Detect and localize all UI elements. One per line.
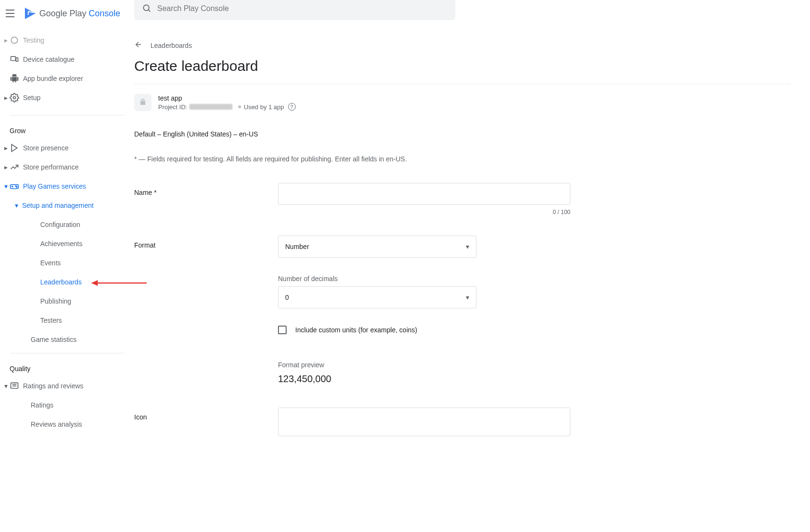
custom-units-label: Include custom units (for example, coins… bbox=[295, 326, 417, 334]
logo[interactable]: Google Play Console bbox=[25, 8, 120, 19]
page-title: Create leaderboard bbox=[134, 58, 791, 74]
decimals-label: Number of decimals bbox=[278, 275, 570, 283]
project-id-label: Project ID: bbox=[158, 103, 187, 111]
caret-icon: ▸ bbox=[2, 94, 10, 102]
gamepad-icon bbox=[10, 181, 23, 191]
caret-down-icon: ▾ bbox=[2, 382, 10, 390]
icon-label: Icon bbox=[134, 407, 278, 421]
sidebar-item-label: Testing bbox=[23, 36, 44, 44]
caret-icon: ▸ bbox=[2, 144, 10, 152]
format-label: Format bbox=[134, 236, 278, 249]
sidebar-item-label: Ratings and reviews bbox=[23, 382, 83, 390]
sidebar-item-publishing[interactable]: Publishing bbox=[0, 292, 134, 311]
app-icon bbox=[134, 94, 151, 111]
project-id-redacted bbox=[189, 104, 232, 110]
svg-rect-11 bbox=[11, 383, 18, 388]
sidebar-item-ratings-reviews[interactable]: ▾ Ratings and reviews bbox=[0, 376, 134, 396]
chevron-down-icon: ▾ bbox=[466, 243, 469, 250]
svg-rect-2 bbox=[16, 58, 18, 62]
chevron-down-icon: ▾ bbox=[466, 294, 469, 301]
sidebar-heading-grow: Grow bbox=[0, 119, 134, 138]
svg-rect-1 bbox=[11, 57, 16, 60]
sidebar-item-play-games-services[interactable]: ▾ Play Games services bbox=[0, 177, 134, 196]
sidebar-item-label: Setup bbox=[23, 94, 41, 102]
used-by-label: Used by 1 app bbox=[244, 103, 284, 111]
format-preview-label: Format preview bbox=[278, 361, 570, 369]
sidebar-item-label: Setup and management bbox=[22, 202, 93, 209]
sidebar-item-game-statistics[interactable]: Game statistics bbox=[0, 330, 134, 349]
sidebar-heading-quality: Quality bbox=[0, 357, 134, 376]
trending-icon bbox=[10, 162, 23, 172]
sidebar-item-label: Configuration bbox=[40, 221, 80, 228]
breadcrumb[interactable]: Leaderboards bbox=[134, 40, 791, 50]
sidebar-item-label: Events bbox=[40, 259, 61, 267]
svg-point-8 bbox=[16, 187, 17, 188]
svg-point-0 bbox=[11, 37, 17, 43]
hamburger-menu-icon[interactable] bbox=[6, 8, 17, 19]
sidebar-item-setup[interactable]: ▸ Setup bbox=[0, 88, 134, 107]
sidebar: Google Play Console ▸ Testing Device cat… bbox=[0, 0, 134, 532]
sidebar-item-app-bundle-explorer[interactable]: App bundle explorer bbox=[0, 69, 134, 88]
format-select[interactable]: Number ▾ bbox=[278, 236, 476, 258]
android-icon bbox=[10, 74, 23, 83]
svg-line-15 bbox=[149, 10, 150, 11]
svg-marker-10 bbox=[91, 280, 98, 286]
name-input[interactable] bbox=[278, 183, 570, 205]
sidebar-item-label: Device catalogue bbox=[23, 56, 74, 63]
search-icon bbox=[142, 3, 151, 14]
help-icon[interactable]: ? bbox=[288, 103, 296, 111]
sidebar-item-store-presence[interactable]: ▸ Store presence bbox=[0, 138, 134, 158]
caret-down-icon: ▾ bbox=[2, 182, 10, 190]
format-value: Number bbox=[285, 243, 309, 250]
decimals-select[interactable]: 0 ▾ bbox=[278, 286, 476, 308]
svg-point-14 bbox=[143, 5, 149, 11]
caret-down-icon: ▾ bbox=[12, 202, 20, 209]
main-content: Leaderboards Create leaderboard test app… bbox=[134, 0, 810, 532]
sidebar-item-testing[interactable]: ▸ Testing bbox=[0, 31, 134, 50]
sidebar-item-label: Testers bbox=[40, 317, 62, 324]
sidebar-item-reviews-analysis[interactable]: Reviews analysis bbox=[0, 415, 134, 434]
sidebar-item-events[interactable]: Events bbox=[0, 253, 134, 272]
sidebar-item-achievements[interactable]: Achievements bbox=[0, 234, 134, 253]
divider bbox=[134, 84, 791, 84]
sidebar-item-label: Publishing bbox=[40, 297, 71, 305]
sidebar-item-label: Reviews analysis bbox=[31, 420, 82, 428]
sidebar-item-testers[interactable]: Testers bbox=[0, 311, 134, 330]
sidebar-item-label: Game statistics bbox=[31, 336, 77, 343]
search-bar[interactable] bbox=[134, 0, 455, 20]
sidebar-item-label: Achievements bbox=[40, 240, 82, 248]
store-presence-icon bbox=[10, 143, 23, 153]
sidebar-item-setup-management[interactable]: ▾ Setup and management bbox=[0, 196, 134, 215]
name-char-count: 0 / 100 bbox=[278, 209, 570, 215]
sidebar-item-ratings[interactable]: Ratings bbox=[0, 396, 134, 415]
testing-icon bbox=[10, 35, 23, 45]
decimals-value: 0 bbox=[285, 294, 289, 301]
sidebar-item-store-performance[interactable]: ▸ Store performance bbox=[0, 158, 134, 177]
name-label: Name * bbox=[134, 183, 278, 196]
breadcrumb-label: Leaderboards bbox=[150, 42, 192, 49]
logo-text: Google Play Console bbox=[39, 9, 120, 19]
reviews-icon bbox=[10, 381, 23, 391]
format-preview-value: 123,450,000 bbox=[278, 374, 570, 385]
svg-point-3 bbox=[13, 97, 16, 99]
sidebar-item-label: App bundle explorer bbox=[23, 75, 83, 82]
gear-icon bbox=[10, 93, 23, 102]
custom-units-checkbox[interactable] bbox=[278, 326, 287, 334]
icon-upload-box[interactable] bbox=[278, 407, 570, 436]
app-info: test app Project ID: Used by 1 app ? bbox=[134, 94, 791, 111]
caret-icon: ▸ bbox=[2, 36, 10, 44]
sidebar-item-label: Play Games services bbox=[23, 182, 86, 190]
arrow-back-icon[interactable] bbox=[134, 40, 143, 50]
search-input[interactable] bbox=[157, 4, 448, 13]
sidebar-item-label: Ratings bbox=[31, 401, 53, 409]
sidebar-item-label: Leaderboards bbox=[40, 278, 81, 286]
sidebar-item-label: Store performance bbox=[23, 163, 79, 171]
app-name: test app bbox=[158, 94, 296, 102]
caret-icon: ▸ bbox=[2, 163, 10, 171]
locale-line: Default – English (United States) – en-U… bbox=[134, 130, 791, 138]
sidebar-item-label: Store presence bbox=[23, 144, 69, 152]
sidebar-item-configuration[interactable]: Configuration bbox=[0, 215, 134, 234]
dot-icon bbox=[238, 105, 241, 108]
required-hint: * — Fields required for testing. All fie… bbox=[134, 155, 791, 163]
sidebar-item-device-catalogue[interactable]: Device catalogue bbox=[0, 50, 134, 69]
